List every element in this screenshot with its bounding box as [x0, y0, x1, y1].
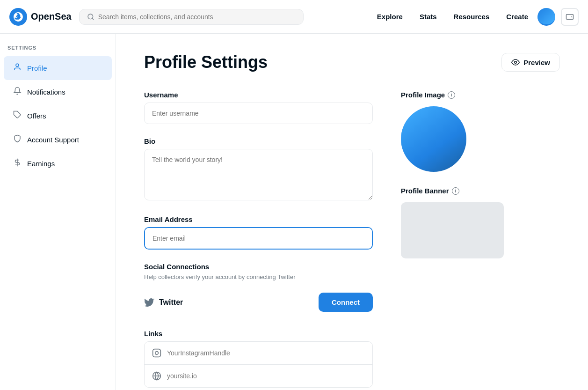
- instagram-link-row: [145, 342, 372, 365]
- email-label: Email Address: [144, 215, 373, 223]
- nav-create[interactable]: Create: [499, 9, 536, 24]
- main-nav: Explore Stats Resources Create: [370, 8, 579, 26]
- twitter-row: Twitter Connect: [144, 288, 373, 316]
- bio-label: Bio: [144, 137, 373, 145]
- email-input-wrapper: [144, 227, 373, 250]
- opensea-logo-icon: [9, 8, 27, 26]
- sidebar-earnings-label: Earnings: [27, 160, 55, 168]
- social-connections: Social Connections Help collectors verif…: [144, 263, 373, 316]
- avatar[interactable]: [537, 8, 555, 26]
- twitter-connect-button[interactable]: Connect: [319, 293, 373, 312]
- links-box: [144, 341, 373, 388]
- profile-avatar[interactable]: [401, 106, 466, 172]
- svg-point-2: [16, 64, 19, 66]
- sidebar-item-profile[interactable]: Profile: [4, 56, 112, 80]
- social-connections-subtitle: Help collectors verify your account by c…: [144, 273, 373, 280]
- right-panel: Profile Image i Profile Banner i: [401, 91, 560, 388]
- links-label: Links: [144, 330, 373, 338]
- nav-explore[interactable]: Explore: [370, 9, 410, 24]
- content-grid: Username Bio Email Address So: [144, 91, 560, 388]
- profile-image-section: Profile Image i: [401, 91, 560, 172]
- profile-image-label: Profile Image: [401, 91, 445, 99]
- page-header: Profile Settings Preview: [144, 52, 560, 72]
- preview-button[interactable]: Preview: [501, 53, 560, 72]
- profile-icon: [13, 63, 22, 74]
- shield-icon: [13, 134, 22, 145]
- logo[interactable]: OpenSea: [9, 8, 72, 26]
- eye-icon: [511, 58, 520, 66]
- sidebar-offers-label: Offers: [27, 112, 46, 120]
- header: OpenSea Explore Stats Resources Create: [0, 0, 588, 34]
- sidebar-item-account-support[interactable]: Account Support: [4, 128, 112, 152]
- username-label: Username: [144, 91, 373, 99]
- sidebar-item-notifications[interactable]: Notifications: [4, 80, 112, 104]
- profile-banner-section: Profile Banner i: [401, 187, 560, 258]
- profile-banner-label: Profile Banner: [401, 187, 449, 195]
- profile-banner[interactable]: [401, 202, 504, 258]
- svg-point-5: [515, 61, 517, 64]
- profile-banner-info-icon[interactable]: i: [452, 187, 459, 195]
- nav-resources[interactable]: Resources: [446, 9, 497, 24]
- instagram-input[interactable]: [167, 349, 365, 357]
- sidebar-item-offers[interactable]: Offers: [4, 104, 112, 128]
- email-input[interactable]: [145, 228, 372, 249]
- search-bar[interactable]: [79, 9, 304, 25]
- preview-btn-label: Preview: [523, 59, 550, 66]
- instagram-icon: [152, 348, 161, 358]
- sidebar-section-label: SETTINGS: [0, 45, 116, 56]
- sidebar: SETTINGS Profile Notifications: [0, 34, 116, 390]
- twitter-icon: [144, 297, 154, 308]
- main-content: Profile Settings Preview Username Bio: [116, 34, 588, 390]
- sidebar-item-earnings[interactable]: Earnings: [4, 152, 112, 176]
- website-input[interactable]: [167, 372, 365, 380]
- bio-field: Bio: [144, 137, 373, 202]
- svg-rect-6: [153, 349, 161, 357]
- links-section: Links: [144, 330, 373, 388]
- form-section: Username Bio Email Address So: [144, 91, 373, 388]
- globe-icon: [152, 371, 161, 381]
- username-field: Username: [144, 91, 373, 124]
- email-field: Email Address: [144, 215, 373, 250]
- twitter-label-area: Twitter: [144, 297, 183, 308]
- logo-text: OpenSea: [31, 11, 72, 22]
- page-wrapper: SETTINGS Profile Notifications: [0, 34, 588, 390]
- profile-image-heading: Profile Image i: [401, 91, 560, 99]
- twitter-label: Twitter: [159, 298, 183, 307]
- profile-banner-heading: Profile Banner i: [401, 187, 560, 195]
- tag-icon: [13, 110, 22, 121]
- profile-image-info-icon[interactable]: i: [448, 91, 455, 99]
- svg-rect-1: [566, 14, 573, 19]
- bell-icon: [13, 87, 22, 97]
- sidebar-profile-label: Profile: [27, 64, 47, 72]
- wallet-icon[interactable]: [561, 8, 579, 26]
- bio-textarea[interactable]: [144, 149, 373, 200]
- page-title: Profile Settings: [144, 52, 268, 72]
- website-link-row: [145, 365, 372, 387]
- search-icon: [87, 13, 94, 21]
- social-connections-title: Social Connections: [144, 263, 373, 271]
- sidebar-account-support-label: Account Support: [27, 136, 79, 144]
- svg-point-0: [88, 14, 93, 19]
- search-input[interactable]: [98, 13, 296, 21]
- nav-stats[interactable]: Stats: [412, 9, 444, 24]
- sidebar-notifications-label: Notifications: [27, 88, 65, 96]
- username-input[interactable]: [144, 103, 373, 124]
- dollar-icon: [13, 158, 22, 169]
